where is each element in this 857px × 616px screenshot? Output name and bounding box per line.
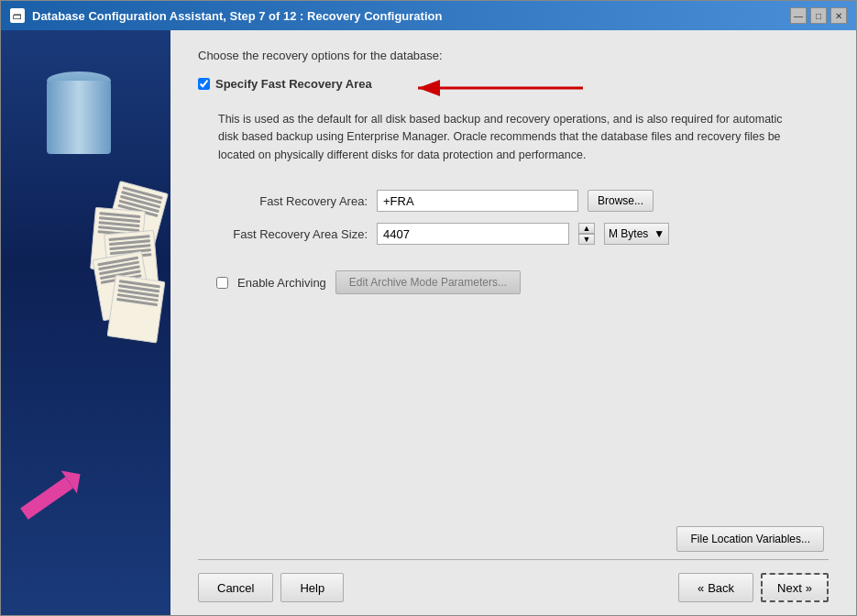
fast-recovery-area-row: Fast Recovery Area: Browse... [198,190,829,212]
unit-dropdown-arrow: ▼ [654,227,665,240]
fra-input[interactable] [377,190,578,212]
minimize-button[interactable]: — [790,7,807,24]
pink-arrow-icon [20,477,73,520]
browse-button[interactable]: Browse... [588,190,654,212]
separator [198,559,829,560]
bottom-section: File Location Variables... Cancel Help «… [198,526,829,606]
unit-dropdown[interactable]: M Bytes ▼ [604,223,669,245]
app-icon: 🗃 [10,8,25,23]
back-label: Back [708,581,734,595]
specify-fra-row: Specify Fast Recovery Area [198,77,829,91]
maximize-button[interactable]: □ [810,7,827,24]
title-bar: 🗃 Database Configuration Assistant, Step… [1,1,856,30]
title-bar-controls: — □ ✕ [790,7,847,24]
cancel-button[interactable]: Cancel [198,573,273,602]
cylinder-body [47,81,111,154]
specify-fra-label[interactable]: Specify Fast Recovery Area [215,77,372,91]
title-bar-left: 🗃 Database Configuration Assistant, Step… [10,8,442,23]
next-arrow-icon: » [806,581,812,595]
cylinder-icon [47,67,111,149]
fast-recovery-area-size-row: Fast Recovery Area Size: ▲ ▼ M Bytes ▼ [198,223,829,245]
edit-archive-button: Edit Archive Mode Parameters... [335,270,521,294]
spinner-down-button[interactable]: ▼ [578,234,595,245]
content-area: Choose the recovery options for the data… [1,30,856,615]
back-button[interactable]: « Back [678,573,753,602]
enable-archiving-row: Enable Archiving Edit Archive Mode Param… [216,270,829,294]
right-panel: Choose the recovery options for the data… [170,30,856,615]
unit-label: M Bytes [609,227,648,240]
specify-fra-checkbox[interactable] [198,78,210,90]
enable-archiving-checkbox[interactable] [216,277,228,289]
nav-right: « Back Next » [678,573,829,602]
nav-row: Cancel Help « Back Next » [198,569,829,606]
document-icon-5 [107,275,166,344]
fra-label: Fast Recovery Area: [198,194,368,208]
size-spinner: ▲ ▼ [578,223,595,245]
description-text: This is used as the default for all disk… [218,111,805,164]
illustration [1,30,170,615]
next-label: Next [777,581,802,595]
spinner-up-button[interactable]: ▲ [578,223,595,234]
main-window: 🗃 Database Configuration Assistant, Step… [0,0,857,616]
enable-archiving-label[interactable]: Enable Archiving [237,276,326,290]
fra-size-input[interactable] [377,223,569,245]
help-button[interactable]: Help [280,573,344,602]
next-button[interactable]: Next » [761,573,829,602]
file-location-variables-button[interactable]: File Location Variables... [676,526,824,552]
back-arrow-icon: « [698,581,704,595]
left-panel [1,30,170,615]
file-location-row: File Location Variables... [198,526,829,552]
close-button[interactable]: ✕ [830,7,847,24]
window-title: Database Configuration Assistant, Step 7… [32,9,442,23]
fra-size-label: Fast Recovery Area Size: [198,227,368,241]
intro-text: Choose the recovery options for the data… [198,49,829,62]
nav-left: Cancel Help [198,573,344,602]
